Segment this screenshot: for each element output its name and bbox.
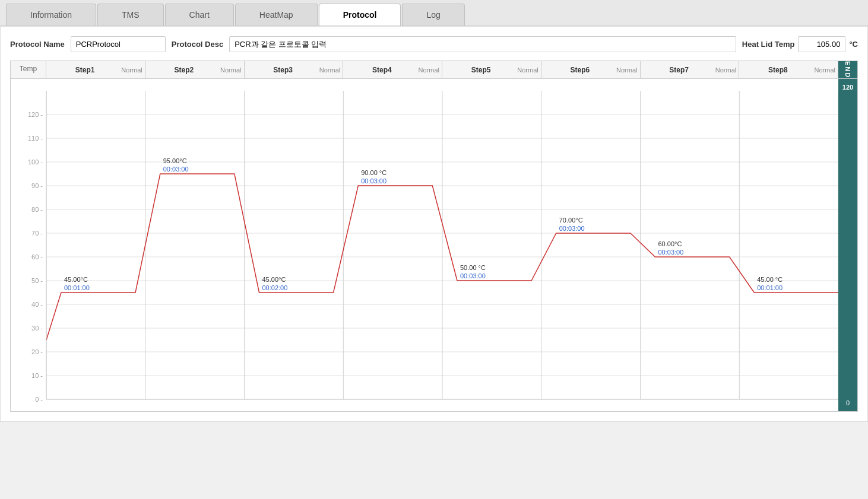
tab-bar: Information TMS Chart HeatMap Protocol L… [0,0,868,26]
step-headers: Temp Step1 Normal Step2 Normal Step3 Nor… [11,61,857,79]
svg-text:00:03:00: 00:03:00 [559,225,585,232]
end-top-value: 120 [842,84,853,91]
step-header-7: Step7 Normal [641,61,740,78]
svg-text:80 -: 80 - [31,206,43,213]
step-header-5: Step5 Normal [442,61,541,78]
svg-text:90.00 °C: 90.00 °C [361,169,387,176]
svg-text:00:02:00: 00:02:00 [262,284,288,291]
step-header-4: Step4 Normal [343,61,442,78]
tab-tms[interactable]: TMS [97,4,164,26]
svg-text:45.00 °C: 45.00 °C [757,276,783,283]
protocol-form: Protocol Name Protocol Desc Heat Lid Tem… [10,36,858,52]
svg-text:30 -: 30 - [31,325,43,332]
chart-svg: 0 -10 -20 -30 -40 -50 -60 -70 -80 -90 -1… [11,79,838,411]
svg-text:95.00°C: 95.00°C [163,157,187,164]
svg-text:60.00°C: 60.00°C [658,240,682,247]
protocol-name-label: Protocol Name [10,40,65,49]
svg-text:50 -: 50 - [31,277,43,284]
heat-lid-label: Heat Lid Temp [742,40,795,49]
svg-text:00:01:00: 00:01:00 [64,284,90,291]
svg-text:70 -: 70 - [31,230,43,237]
temp-header: Temp [11,61,46,78]
chart-body: 0 -10 -20 -30 -40 -50 -60 -70 -80 -90 -1… [11,79,857,411]
tab-chart[interactable]: Chart [165,4,234,26]
tab-information[interactable]: Information [6,4,96,26]
svg-text:00:03:00: 00:03:00 [658,249,684,256]
step-header-6: Step6 Normal [541,61,641,78]
svg-text:40 -: 40 - [31,301,43,308]
end-bottom-value: 0 [846,399,850,406]
heat-lid-unit: °C [849,40,858,49]
svg-text:0 -: 0 - [35,396,43,403]
svg-text:110 -: 110 - [28,135,43,142]
end-column: 120 0 [838,79,857,411]
svg-text:20 -: 20 - [31,348,43,355]
tab-heatmap[interactable]: HeatMap [235,4,318,26]
chart-container: Temp Step1 Normal Step2 Normal Step3 Nor… [10,61,858,412]
tab-log[interactable]: Log [402,4,464,26]
svg-text:00:03:00: 00:03:00 [361,177,387,185]
protocol-name-input[interactable] [71,36,166,52]
svg-text:50.00 °C: 50.00 °C [460,264,486,271]
tab-protocol[interactable]: Protocol [319,4,401,26]
svg-text:120 -: 120 - [28,111,43,118]
app-container: Information TMS Chart HeatMap Protocol L… [0,0,868,499]
protocol-desc-label: Protocol Desc [172,40,223,49]
step-header-3: Step3 Normal [245,61,344,78]
protocol-desc-input[interactable] [229,36,736,52]
end-header: END [838,61,857,78]
svg-text:00:01:00: 00:01:00 [757,284,783,291]
heat-lid-input[interactable] [798,36,845,52]
svg-text:45.00°C: 45.00°C [262,276,286,283]
svg-text:45.00°C: 45.00°C [64,276,88,283]
heat-lid-section: Heat Lid Temp °C [742,36,858,52]
svg-text:00:03:00: 00:03:00 [163,166,189,173]
svg-text:100 -: 100 - [28,158,43,166]
svg-text:60 -: 60 - [31,253,43,260]
step-header-2: Step2 Normal [145,61,245,78]
svg-text:10 -: 10 - [31,372,43,379]
svg-text:00:03:00: 00:03:00 [460,272,486,279]
main-content: Protocol Name Protocol Desc Heat Lid Tem… [0,26,868,422]
svg-text:70.00°C: 70.00°C [559,217,583,224]
step-header-8: Step8 Normal [739,61,838,78]
step-header-1: Step1 Normal [46,61,145,78]
svg-text:90 -: 90 - [31,182,43,189]
